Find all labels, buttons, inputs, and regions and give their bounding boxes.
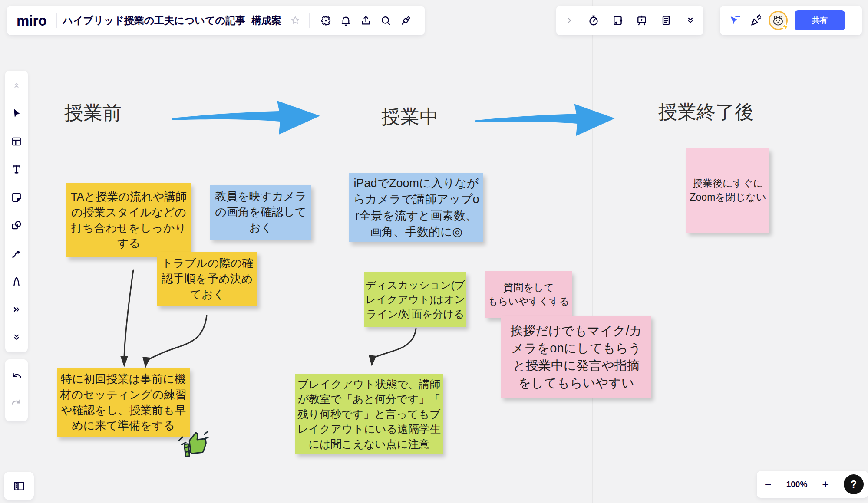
section-title-during-class[interactable]: 授業中 — [381, 104, 439, 130]
collapse-chevron-right-icon[interactable] — [561, 13, 577, 28]
cards-icon[interactable] — [610, 13, 626, 28]
more-double-chevron-down-icon[interactable] — [9, 329, 24, 345]
sticky-note-icon[interactable] — [9, 190, 24, 205]
sticky-note[interactable]: iPadでZoomに入りなが らカメラで講師アップo r全景を流すと画素数、 画… — [349, 173, 483, 242]
header-panel: miro ハイブリッド授業の工夫についての記事 構成案 — [7, 6, 425, 35]
history-panel — [5, 359, 28, 421]
select-cursor-icon[interactable] — [9, 105, 24, 121]
timer-stopwatch-icon[interactable] — [586, 13, 601, 28]
text-icon[interactable] — [9, 161, 24, 177]
presentation-easel-icon[interactable] — [634, 13, 650, 28]
notes-document-icon[interactable] — [658, 13, 674, 28]
collaboration-panel: 共有 — [720, 6, 862, 35]
undo-icon[interactable] — [9, 369, 24, 385]
frames-panel-button[interactable] — [4, 472, 34, 500]
sticky-note[interactable]: ブレイクアウト状態で、講師 が教室で「あと何分です」「 残り何秒です」と言っても… — [295, 374, 443, 454]
sticky-note[interactable]: 挨拶だけでもマイク/カ メラをonにしてもらう と授業中に発言や指摘 をしてもら… — [501, 316, 651, 398]
zoom-out-button[interactable]: − — [765, 479, 772, 490]
export-upload-icon[interactable] — [358, 13, 374, 28]
flow-arrow-1[interactable] — [172, 96, 321, 138]
pen-icon[interactable] — [9, 273, 24, 289]
help-button[interactable]: ? — [844, 474, 864, 494]
templates-frame-icon[interactable] — [9, 134, 24, 149]
header-divider — [56, 13, 57, 28]
follow-cursor-icon[interactable] — [727, 13, 743, 28]
sticky-note[interactable]: 授業後にすぐに Zoomを閉じない — [686, 148, 769, 233]
section-title-before-class[interactable]: 授業前 — [64, 100, 122, 126]
zoom-level[interactable]: 100% — [786, 480, 808, 489]
more-double-chevron-down-icon[interactable] — [683, 13, 698, 28]
creation-toolbar — [5, 71, 28, 352]
search-icon[interactable] — [378, 13, 394, 28]
sticky-note[interactable]: ディスカッション(ブ レイクアウト)はオン ライン/対面を分ける — [364, 272, 466, 327]
more-double-chevron-right-icon[interactable] — [9, 302, 24, 317]
board-title-variant[interactable]: 構成案 — [251, 14, 281, 27]
shapes-icon[interactable] — [9, 217, 24, 233]
flow-arrow-2[interactable] — [475, 100, 616, 139]
sticky-note[interactable]: 質問をして もらいやすくする — [485, 271, 572, 318]
reactions-confetti-icon[interactable] — [748, 13, 763, 28]
settings-gear-icon[interactable] — [318, 13, 334, 28]
header-divider — [309, 13, 310, 28]
board-title[interactable]: ハイブリッド授業の工夫についての記事 — [63, 14, 245, 27]
energy-bolt-icon — [781, 22, 789, 32]
collapse-double-chevron-up-icon[interactable] — [9, 78, 24, 93]
section-title-after-class[interactable]: 授業終了後 — [658, 99, 754, 125]
zoom-in-button[interactable]: + — [822, 479, 829, 490]
board-tools-panel — [556, 6, 703, 35]
sticky-note[interactable]: TAと授業の流れや講師 の授業スタイルなどの 打ち合わせをしっかり する — [66, 183, 191, 257]
sticky-note[interactable]: トラブルの際の確 認手順を予め決め ておく — [157, 252, 257, 306]
zoom-bar: − 100% + ? — [757, 471, 868, 498]
star-favorite-icon[interactable] — [287, 13, 303, 28]
connector-arrow-icon[interactable] — [9, 246, 24, 261]
thumbs-up-stamp[interactable] — [171, 418, 212, 465]
frames-panel-icon — [13, 480, 26, 493]
sticky-note[interactable]: 特に初回授業は事前に機 材のセッティングの練習 や確認をし、授業前も早 めに来て… — [57, 368, 190, 437]
sticky-note[interactable]: 教員を映すカメラ の画角を確認して おく — [210, 185, 311, 240]
miro-logo[interactable]: miro — [17, 13, 50, 28]
apps-plug-icon[interactable] — [398, 13, 414, 28]
user-avatar[interactable] — [769, 11, 788, 30]
share-button[interactable]: 共有 — [795, 10, 845, 30]
redo-icon[interactable] — [9, 396, 24, 411]
notifications-bell-icon[interactable] — [338, 13, 354, 28]
